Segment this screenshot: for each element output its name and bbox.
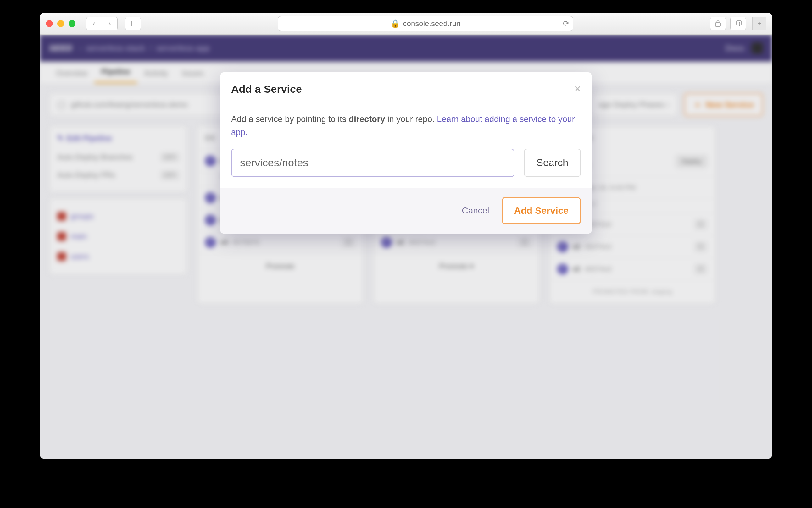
- lock-icon: 🔒: [391, 19, 400, 28]
- browser-window: ‹ › 🔒 console.seed.run ⟳ ＋ SEED: [40, 12, 772, 459]
- minimize-window-icon[interactable]: [57, 20, 64, 27]
- modal-backdrop[interactable]: Add a Service × Add a service by pointin…: [40, 35, 772, 459]
- reload-icon[interactable]: ⟳: [563, 19, 569, 28]
- modal-description: Add a service by pointing to its directo…: [231, 113, 581, 139]
- sidebar-icon: [130, 21, 136, 27]
- tabs-icon: [735, 20, 741, 27]
- svg-rect-3: [735, 22, 740, 26]
- add-service-button[interactable]: Add Service: [502, 197, 581, 224]
- new-tab-button[interactable]: ＋: [752, 17, 766, 31]
- titlebar: ‹ › 🔒 console.seed.run ⟳ ＋: [40, 12, 772, 35]
- close-icon[interactable]: ×: [574, 82, 581, 95]
- modal-title: Add a Service: [231, 83, 302, 95]
- cancel-button[interactable]: Cancel: [462, 206, 489, 216]
- service-path-input[interactable]: [231, 149, 515, 177]
- add-service-modal: Add a Service × Add a service by pointin…: [220, 72, 592, 234]
- share-button[interactable]: [710, 17, 726, 31]
- share-icon: [715, 20, 721, 27]
- fullscreen-window-icon[interactable]: [69, 20, 76, 27]
- traffic-lights: [46, 20, 76, 27]
- close-window-icon[interactable]: [46, 20, 53, 27]
- url-host: console.seed.run: [403, 19, 461, 28]
- tabs-button[interactable]: [730, 17, 746, 31]
- search-button[interactable]: Search: [524, 149, 581, 177]
- svg-rect-0: [130, 21, 136, 26]
- address-bar[interactable]: 🔒 console.seed.run ⟳: [278, 16, 573, 31]
- sidebar-toggle-button[interactable]: [125, 17, 141, 31]
- svg-rect-4: [736, 21, 741, 25]
- back-button[interactable]: ‹: [86, 17, 102, 31]
- nav-buttons: ‹ ›: [86, 17, 118, 31]
- forward-button[interactable]: ›: [102, 17, 118, 31]
